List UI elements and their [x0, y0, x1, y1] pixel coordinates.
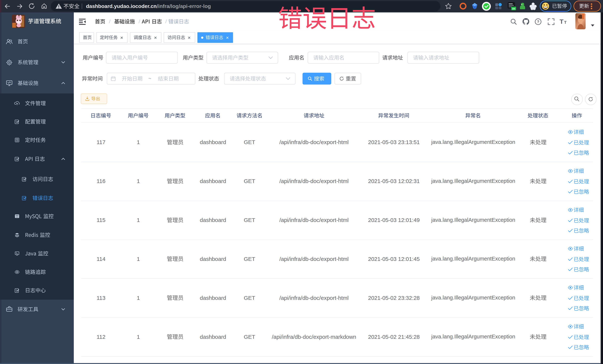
svg-text:?: ? — [537, 20, 539, 24]
svg-text:on: on — [512, 7, 515, 10]
svg-text:T: T — [564, 20, 567, 25]
svg-text:T: T — [560, 18, 564, 25]
